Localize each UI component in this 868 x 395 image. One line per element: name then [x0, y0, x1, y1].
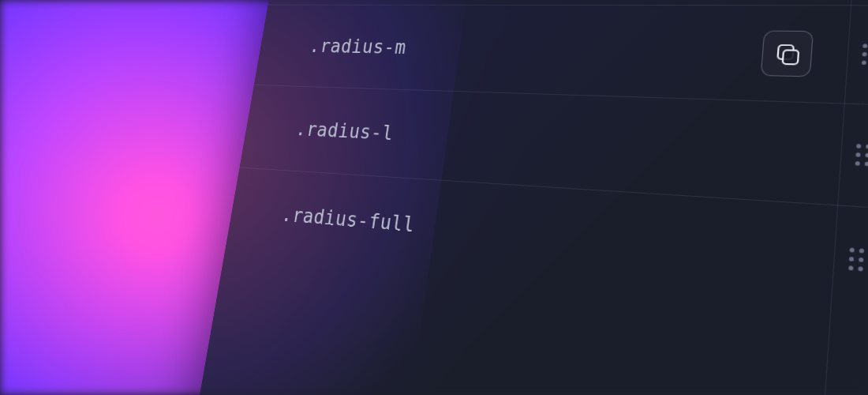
copy-icon [776, 44, 797, 62]
grip-icon[interactable] [862, 43, 868, 65]
style-panel: .radius-s CSS PROPERTY & VALUE .radius-m… [178, 0, 868, 395]
copy-button[interactable] [761, 30, 814, 77]
grip-icon[interactable] [848, 248, 864, 272]
class-name-label: .radius-full [280, 203, 416, 236]
grip-icon[interactable] [855, 144, 868, 166]
class-name-label: .radius-l [294, 118, 395, 144]
css-property-cell: border-radius [848, 245, 868, 295]
class-name-label: .radius-m [309, 35, 408, 58]
css-property-cell: border-radius [855, 141, 868, 182]
css-property-cell: border-radius [862, 41, 868, 72]
